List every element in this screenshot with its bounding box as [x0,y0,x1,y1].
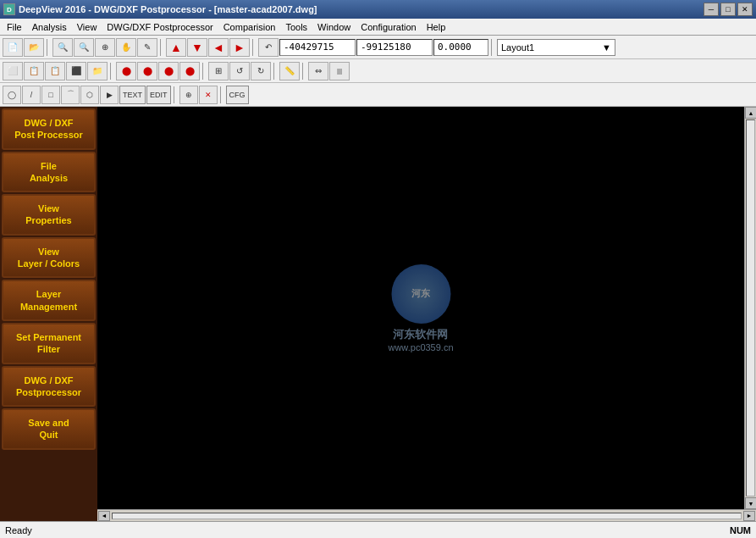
tool-10[interactable]: ⊞ [208,62,229,80]
menu-tools[interactable]: Tools [280,19,312,35]
toolbar-row-2: ⬜ 📋 📋 ⬛ 📁 ⬤ ⬤ ⬤ ⬤ ⊞ ↺ ↻ 📏 ⇔ ||| [0,59,756,83]
vscroll-track[interactable] [746,119,755,496]
zoom-window[interactable]: 🔍 [52,38,73,57]
btn-save-quit[interactable]: Save andQuit [2,408,96,450]
draw-line[interactable]: / [22,86,41,104]
menu-file[interactable]: File [2,19,27,35]
new-button[interactable]: 📄 [3,38,23,57]
separator-7 [273,63,277,80]
arrow-left-button[interactable]: ◄ [208,38,229,57]
dropdown-arrow: ▼ [602,42,611,53]
coord-z: 0.0000 [433,39,488,56]
tool-13[interactable]: ⇔ [308,62,328,80]
status-bar: Ready NUM [0,521,756,538]
menu-window[interactable]: Window [312,19,356,35]
tool-9[interactable]: ⬤ [179,62,200,80]
tool-8[interactable]: ⬤ [158,62,179,80]
draw-cfg[interactable]: CFG [226,86,249,104]
minimize-button[interactable]: ─ [704,3,719,16]
tool-2[interactable]: 📋 [24,62,44,80]
tool-6[interactable]: ⬤ [116,62,136,80]
btn-view-props[interactable]: ViewProperties [2,194,96,236]
main-area: DWG / DXFPost Processor FileAnalysis Vie… [0,107,756,521]
sidebar: DWG / DXFPost Processor FileAnalysis Vie… [0,107,97,521]
draw-fill[interactable]: ▶ [100,86,119,104]
separator-6 [202,63,206,80]
layout-dropdown[interactable]: Layout1 ▼ [497,39,615,56]
vscroll-up[interactable]: ▲ [745,107,756,119]
app-icon: D [3,3,15,15]
hscroll-left[interactable]: ◄ [98,511,110,521]
close-button[interactable]: ✕ [737,3,753,16]
arrow-up-button[interactable]: ▲ [166,38,186,57]
separator-1 [47,39,50,56]
vscroll[interactable]: ▲ ▼ [744,107,756,509]
canvas-wrapper: 河东 河东软件网 www.pc0359.cn ▲ ▼ ◄ ► [97,107,756,521]
hscroll-track[interactable] [112,513,742,519]
separator-3 [252,39,256,56]
point-tool[interactable]: ✎ [137,38,157,57]
tool-5[interactable]: 📁 [87,62,108,80]
btn-layer-mgmt[interactable]: LayerManagement [2,280,96,321]
tool-14[interactable]: ||| [329,62,350,80]
separator-10 [220,86,223,103]
status-num-lock: NUM [730,525,751,535]
draw-ellipse[interactable]: ◯ [3,86,21,104]
menu-dwg[interactable]: DWG/DXF Postprocessor [102,19,218,35]
menu-analysis[interactable]: Analysis [27,19,72,35]
watermark-line2: www.pc0359.cn [388,342,453,352]
btn-set-filter[interactable]: Set PermanentFilter [2,323,96,364]
draw-cancel[interactable]: ✕ [199,86,218,104]
draw-cross[interactable]: ⊕ [179,86,198,104]
separator-4 [491,39,494,56]
draw-text[interactable]: TEXT [119,86,146,104]
coord-x: -40429715 [279,39,356,56]
arrow-right-button[interactable]: ► [229,38,250,57]
layout-name: Layout1 [501,42,534,53]
draw-curve[interactable]: ⌒ [61,86,80,104]
tool-7[interactable]: ⬤ [137,62,157,80]
pan-tool[interactable]: ✋ [116,38,136,57]
title-bar-left: D DeepView 2016 - DWG/DXF Postprocessor … [3,3,317,15]
tool-4[interactable]: ⬛ [66,62,86,80]
draw-rect[interactable]: □ [41,86,60,104]
measure-tool[interactable]: 📏 [279,62,300,80]
btn-file-analysis[interactable]: FileAnalysis [2,152,96,193]
draw-poly[interactable]: ⬡ [80,86,99,104]
menu-comparison[interactable]: Comparision [218,19,281,35]
title-bar: D DeepView 2016 - DWG/DXF Postprocessor … [0,0,756,19]
title-bar-controls: ─ □ ✕ [704,3,753,16]
separator-5 [110,63,113,80]
zoom-out[interactable]: 🔍 [74,38,94,57]
watermark: 河东 河东软件网 www.pc0359.cn [388,264,453,352]
maximize-button[interactable]: □ [720,3,736,16]
watermark-line1: 河东软件网 [388,327,453,342]
hscroll[interactable]: ◄ ► [97,509,756,521]
open-button[interactable]: 📂 [24,38,44,57]
canvas-row: 河东 河东软件网 www.pc0359.cn ▲ ▼ [97,107,756,509]
hscroll-right[interactable]: ► [743,511,755,521]
canvas-area[interactable]: 河东 河东软件网 www.pc0359.cn [97,107,744,509]
toolbar-row-3: ◯ / □ ⌒ ⬡ ▶ TEXT EDIT ⊕ ✕ CFG [0,83,756,107]
toolbar-row-1: 📄 📂 🔍 🔍 ⊕ ✋ ✎ ▲ ▼ ◄ ► ↶ -40429715 -99125… [0,36,756,59]
menu-view[interactable]: View [72,19,102,35]
undo-button[interactable]: ↶ [258,38,279,57]
vscroll-down[interactable]: ▼ [745,497,756,509]
menu-config[interactable]: Configuration [356,19,421,35]
tool-3[interactable]: 📋 [45,62,65,80]
status-left: Ready [5,525,32,535]
tool-12[interactable]: ↻ [251,62,271,80]
tool-1[interactable]: ⬜ [3,62,23,80]
separator-8 [302,63,306,80]
draw-edit[interactable]: EDIT [146,86,171,104]
tool-11[interactable]: ↺ [229,62,250,80]
menu-help[interactable]: Help [422,19,451,35]
zoom-extents[interactable]: ⊕ [95,38,115,57]
arrow-down-button[interactable]: ▼ [187,38,207,57]
btn-view-layer[interactable]: ViewLayer / Colors [2,237,96,279]
btn-dwg-post[interactable]: DWG / DXFPost Processor [2,108,96,150]
status-text: Ready [5,525,32,535]
watermark-circle: 河东 [391,264,450,324]
coord-y: -99125180 [356,39,433,56]
btn-dwg-postprocessor[interactable]: DWG / DXFPostprocessor [2,366,96,408]
